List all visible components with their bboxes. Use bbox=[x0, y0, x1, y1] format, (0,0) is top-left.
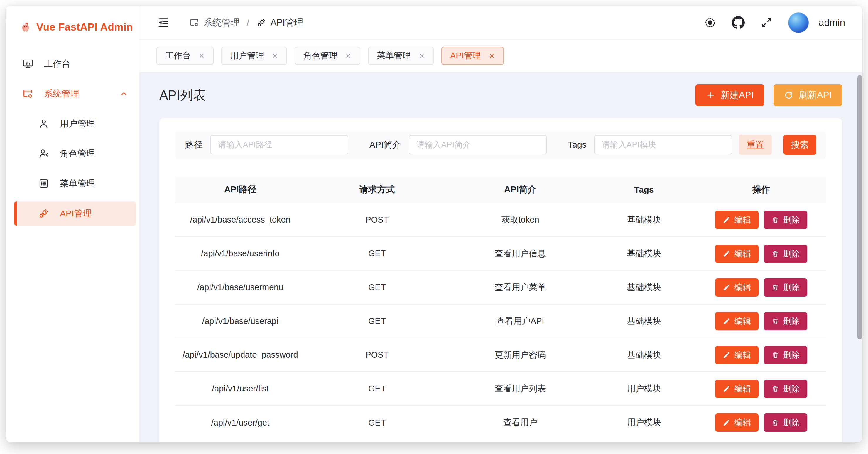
vertical-scrollbar-thumb[interactable] bbox=[858, 75, 862, 339]
trash-icon bbox=[771, 216, 779, 224]
api-path-cell: /api/v1/base/access_token bbox=[175, 203, 306, 237]
filter-summary: API简介 bbox=[369, 135, 547, 154]
delete-button[interactable]: 删除 bbox=[764, 278, 807, 296]
close-icon[interactable] bbox=[345, 53, 351, 59]
edit-button[interactable]: 编辑 bbox=[715, 211, 758, 229]
breadcrumb-item-system[interactable]: 系统管理 bbox=[189, 17, 240, 29]
edit-button[interactable]: 编辑 bbox=[715, 245, 758, 263]
pencil-icon bbox=[723, 250, 731, 258]
api-actions-cell: 编辑 删除 bbox=[696, 271, 826, 304]
close-icon[interactable] bbox=[418, 53, 425, 59]
delete-button[interactable]: 删除 bbox=[764, 414, 807, 432]
api-method-cell: GET bbox=[306, 405, 449, 439]
trash-icon bbox=[771, 250, 779, 258]
indent-collapse-icon bbox=[157, 16, 170, 29]
sidebar-item-label: 菜单管理 bbox=[60, 178, 95, 190]
api-summary-cell: 查看用户API bbox=[449, 304, 592, 338]
new-api-button[interactable]: 新建API bbox=[695, 84, 764, 106]
fullscreen-button[interactable] bbox=[760, 16, 773, 29]
path-input[interactable] bbox=[210, 135, 348, 154]
table-row: /api/v1/user/list GET 查看用户列表 用户模块 编辑 删除 bbox=[175, 372, 826, 405]
filter-path: 路径 bbox=[185, 135, 348, 154]
edit-button[interactable]: 编辑 bbox=[715, 278, 758, 296]
row-actions: 编辑 删除 bbox=[696, 245, 826, 263]
chick-logo-icon bbox=[21, 17, 31, 37]
sidebar-item-roles[interactable]: 角色管理 bbox=[14, 142, 136, 166]
tab-users[interactable]: 用户管理 bbox=[221, 47, 287, 65]
tab-label: API管理 bbox=[450, 50, 481, 62]
tags-label: Tags bbox=[568, 140, 586, 150]
api-actions-cell: 编辑 删除 bbox=[696, 237, 826, 271]
system-gear-icon bbox=[22, 88, 33, 99]
collapse-sidebar-button[interactable] bbox=[157, 16, 170, 29]
edit-label: 编辑 bbox=[735, 417, 751, 428]
api-path-cell: /api/v1/base/userinfo bbox=[175, 237, 306, 271]
plus-icon bbox=[706, 90, 715, 100]
api-method-cell: POST bbox=[306, 338, 449, 372]
row-actions: 编辑 删除 bbox=[696, 211, 826, 229]
pencil-icon bbox=[723, 351, 731, 359]
github-button[interactable] bbox=[732, 16, 745, 29]
refresh-api-button[interactable]: 刷新API bbox=[774, 84, 842, 106]
new-api-label: 新建API bbox=[721, 89, 753, 101]
tab-api[interactable]: API管理 bbox=[441, 47, 504, 65]
plug-icon bbox=[38, 208, 49, 219]
summary-input[interactable] bbox=[409, 135, 547, 154]
column-header-summary: API简介 bbox=[449, 176, 592, 203]
role-icon bbox=[38, 148, 49, 159]
menu-list-icon bbox=[38, 178, 49, 189]
api-method-cell: POST bbox=[306, 203, 449, 237]
sidebar-item-system[interactable]: 系统管理 bbox=[14, 82, 136, 106]
close-icon[interactable] bbox=[198, 53, 205, 59]
edit-button[interactable]: 编辑 bbox=[715, 380, 758, 398]
api-list-card: 路径 API简介 Tags 重置 搜索 bbox=[159, 118, 842, 442]
api-path-cell: /api/v1/user/get bbox=[175, 405, 306, 439]
delete-button[interactable]: 删除 bbox=[764, 346, 807, 364]
page-actions: 新建API 刷新API bbox=[695, 84, 842, 106]
tags-input[interactable] bbox=[594, 135, 732, 154]
user-avatar[interactable] bbox=[788, 12, 809, 33]
close-icon[interactable] bbox=[272, 53, 278, 59]
sidebar-menu: 工作台 系统管理 用户管理 bbox=[6, 45, 139, 226]
reset-button[interactable]: 重置 bbox=[739, 135, 772, 155]
api-actions-cell: 编辑 删除 bbox=[696, 372, 826, 405]
app-logo: Vue FastAPI Admin bbox=[6, 6, 139, 45]
api-tags-cell: 用户模块 bbox=[592, 405, 696, 439]
delete-button[interactable]: 删除 bbox=[764, 211, 807, 229]
api-path-cell: /api/v1/base/userapi bbox=[175, 304, 306, 338]
edit-button[interactable]: 编辑 bbox=[715, 312, 758, 330]
api-summary-cell: 查看用户 bbox=[449, 405, 592, 439]
theme-toggle-button[interactable] bbox=[704, 16, 717, 29]
sidebar-item-users[interactable]: 用户管理 bbox=[14, 112, 136, 136]
sidebar-item-label: 用户管理 bbox=[60, 118, 95, 130]
breadcrumb-item-api[interactable]: API管理 bbox=[256, 17, 303, 29]
api-table: API路径 请求方式 API简介 Tags 操作 /api/v1/base/ac… bbox=[175, 176, 826, 439]
delete-button[interactable]: 删除 bbox=[764, 312, 807, 330]
breadcrumb-label: API管理 bbox=[271, 17, 303, 29]
api-method-cell: GET bbox=[306, 271, 449, 304]
sidebar-item-workbench[interactable]: 工作台 bbox=[14, 52, 136, 76]
edit-button[interactable]: 编辑 bbox=[715, 414, 758, 432]
tab-workbench[interactable]: 工作台 bbox=[156, 47, 214, 65]
tab-menus[interactable]: 菜单管理 bbox=[368, 47, 434, 65]
api-summary-cell: 查看用户信息 bbox=[449, 237, 592, 271]
close-icon[interactable] bbox=[489, 53, 495, 59]
edit-button[interactable]: 编辑 bbox=[715, 346, 758, 364]
summary-label: API简介 bbox=[369, 139, 401, 151]
edit-label: 编辑 bbox=[735, 383, 751, 394]
username[interactable]: admin bbox=[819, 17, 845, 28]
search-button[interactable]: 搜索 bbox=[783, 135, 816, 155]
monitor-icon bbox=[22, 58, 33, 69]
api-tags-cell: 基础模块 bbox=[592, 203, 696, 237]
edit-label: 编辑 bbox=[735, 282, 751, 293]
api-path-cell: /api/v1/base/usermenu bbox=[175, 271, 306, 304]
api-summary-cell: 查看用户菜单 bbox=[449, 271, 592, 304]
delete-button[interactable]: 删除 bbox=[764, 245, 807, 263]
sidebar-item-api[interactable]: API管理 bbox=[14, 201, 136, 226]
tab-roles[interactable]: 角色管理 bbox=[294, 47, 360, 65]
sidebar-item-menus[interactable]: 菜单管理 bbox=[14, 171, 136, 196]
api-actions-cell: 编辑 删除 bbox=[696, 203, 826, 237]
delete-button[interactable]: 删除 bbox=[764, 380, 807, 398]
delete-label: 删除 bbox=[783, 316, 800, 327]
pencil-icon bbox=[723, 419, 731, 426]
